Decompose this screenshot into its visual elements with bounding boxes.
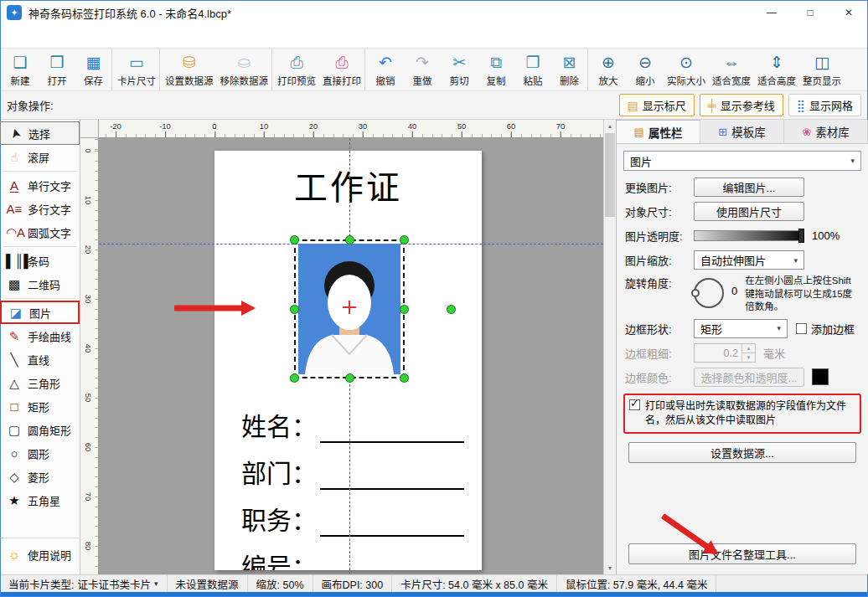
delete-button[interactable]: ⊠ 删除 (551, 49, 588, 90)
rotate-handle[interactable] (447, 305, 456, 314)
resize-handle-top-left[interactable] (290, 235, 299, 244)
slider-thumb[interactable] (798, 229, 804, 243)
direct-print-button[interactable]: ⎙ 直接打印 (319, 49, 365, 90)
object-type-dropdown[interactable]: 图片 ▾ (623, 151, 861, 171)
tool-diamond[interactable]: ◇ 菱形 (0, 465, 80, 488)
spin-up-icon[interactable]: ▲ (742, 344, 755, 353)
border-color-button[interactable]: 选择颜色和透明度... (694, 368, 804, 387)
maximize-button[interactable]: □ (791, 0, 829, 25)
tool-arc-text[interactable]: ◠A 圆弧文字 (0, 220, 80, 244)
full-page-button[interactable]: ◫ 整页显示 (799, 49, 845, 90)
redo-button[interactable]: ↷ 重做 (404, 49, 441, 90)
filename-option[interactable]: ✓ 打印或导出时先读取数据源的字段值作为文件名，然后从该文件中读取图片 (623, 394, 861, 435)
object-size-row: 对象尺寸: 使用图片尺寸 (625, 202, 860, 221)
undo-button[interactable]: ↶ 撤销 (367, 49, 404, 90)
tool-freehand[interactable]: ✎ 手绘曲线 (0, 324, 80, 347)
card-size-button[interactable]: ▭ 卡片尺寸 (114, 49, 160, 90)
database-remove-icon: ⛀ (237, 54, 251, 73)
tab-properties[interactable]: ▤ 属性栏 (617, 120, 700, 143)
resize-handle-top[interactable] (345, 235, 354, 244)
tab-materials[interactable]: ❀ 素材库 (784, 120, 868, 143)
set-datasource-panel-button[interactable]: 设置数据源... (628, 442, 856, 463)
tool-image[interactable]: ◪ 图片 (0, 301, 80, 324)
close-button[interactable]: ✕ (829, 0, 868, 25)
resize-handle-top-right[interactable] (400, 235, 409, 244)
border-width-input[interactable]: 0.2 ▲ ▼ (694, 343, 756, 363)
resize-handle-bottom[interactable] (345, 373, 354, 383)
open-button[interactable]: ❒ 打开 (39, 49, 75, 90)
new-button[interactable]: ❏ 新建 (2, 49, 39, 90)
tab-templates[interactable]: ⊞ 模板库 (700, 120, 784, 143)
rotation-dial-dot[interactable] (691, 289, 700, 297)
card-text-field[interactable]: 姓名： (241, 407, 468, 443)
tool-single-line-text[interactable]: A 单行文字 (0, 173, 80, 197)
resize-handle-bottom-right[interactable] (400, 373, 409, 383)
resize-handle-bottom-left[interactable] (290, 373, 299, 383)
card-type-selector[interactable]: 当前卡片类型: 证卡证书类卡片 ▾ (0, 575, 168, 592)
border-shape-dropdown[interactable]: 矩形 ▾ (694, 319, 788, 338)
guides-icon: ╪ (708, 99, 716, 112)
zoom-out-button[interactable]: ⊖ 缩小 (627, 49, 664, 90)
tool-select[interactable]: ➤ 选择 (0, 121, 80, 145)
fit-height-button[interactable]: ⇕ 适合高度 (754, 49, 799, 90)
circle-icon: ○ (6, 447, 23, 460)
fit-width-button[interactable]: ⇔ 适合宽度 (709, 49, 754, 90)
menu-help[interactable] (109, 33, 124, 40)
tool-rectangle[interactable]: □ 矩形 (0, 394, 80, 418)
resize-handle-right[interactable] (400, 305, 409, 314)
menu-tools[interactable] (94, 33, 109, 40)
photo-object[interactable] (298, 244, 400, 374)
show-grid-toggle[interactable]: ⣿ 显示网格 (788, 94, 861, 116)
tool-triangle[interactable]: △ 三角形 (0, 371, 80, 394)
set-datasource-button[interactable]: ⛁ 设置数据源 (162, 49, 217, 90)
spin-down-icon[interactable]: ▼ (742, 353, 755, 362)
scrollbar-thumb[interactable] (605, 133, 615, 217)
minimize-button[interactable]: — (752, 0, 791, 25)
menu-edit[interactable] (18, 33, 34, 40)
scroll-up-icon[interactable]: ▲ (604, 120, 616, 132)
spinner-buttons[interactable]: ▲ ▼ (741, 344, 755, 362)
show-guides-toggle[interactable]: ╪ 显示参考线 (700, 94, 783, 116)
zoom-in-button[interactable]: ⊕ 放大 (590, 49, 627, 90)
menu-file[interactable] (3, 33, 18, 40)
add-border-checkbox[interactable] (796, 323, 807, 334)
actual-size-button[interactable]: ⊙ 实际大小 (664, 49, 709, 90)
card-text-field[interactable]: 职务： (241, 501, 468, 537)
menu-view[interactable] (34, 33, 49, 40)
remove-datasource-button[interactable]: ⛀ 移除数据源 (217, 49, 273, 90)
vertical-scrollbar[interactable]: ▲ ▼ (603, 120, 616, 574)
tool-star[interactable]: ★ 五角星 (0, 488, 80, 512)
cut-button[interactable]: ✂ 剪切 (441, 49, 478, 90)
tool-qrcode[interactable]: ▩ 二维码 (0, 272, 80, 296)
card-text-field[interactable]: 部门： (241, 454, 468, 490)
tool-rounded-rectangle[interactable]: ▢ 圆角矩形 (0, 418, 80, 441)
show-ruler-toggle[interactable]: ▤ 显示标尺 (619, 94, 695, 116)
filename-option-checkbox[interactable]: ✓ (629, 399, 640, 410)
tool-barcode[interactable]: ▌║▌ 条码 (0, 249, 80, 272)
menu-datasource[interactable] (64, 33, 79, 40)
edit-image-button[interactable]: 编辑图片... (694, 178, 804, 197)
resize-handle-left[interactable] (290, 305, 299, 314)
print-preview-button[interactable]: ⎙ 打印预览 (274, 49, 319, 90)
card-title-text[interactable]: 工作证 (214, 161, 482, 209)
opacity-slider[interactable] (694, 230, 804, 241)
save-button[interactable]: ▦ 保存 (75, 49, 112, 90)
menu-print[interactable] (79, 33, 94, 40)
filename-tool-button[interactable]: 图片文件名整理工具... (628, 543, 856, 564)
paste-button[interactable]: ❐ 粘贴 (514, 49, 551, 90)
tool-pan[interactable]: ☝ 滚屏 (0, 145, 80, 168)
use-image-size-button[interactable]: 使用图片尺寸 (694, 202, 804, 221)
help-button[interactable]: ☼ 使用说明 (0, 538, 80, 571)
scroll-down-icon[interactable]: ▼ (604, 562, 616, 574)
image-scale-dropdown[interactable]: 自动拉伸图片 ▾ (694, 250, 804, 270)
tool-multi-line-text[interactable]: A≡ 多行文字 (0, 197, 80, 220)
menu-object[interactable] (49, 33, 64, 40)
copy-button[interactable]: ⧉ 复制 (478, 49, 514, 90)
rotation-dial[interactable] (694, 278, 724, 308)
tool-line[interactable]: ╲ 直线 (0, 347, 80, 371)
design-canvas[interactable]: -20-10010203040506070 01020304050607080 … (80, 120, 616, 574)
diamond-icon: ◇ (6, 471, 23, 483)
rotation-value: 0 (731, 285, 737, 297)
tool-circle[interactable]: ○ 圆形 (0, 441, 80, 465)
card-text-field[interactable]: 编号： (241, 548, 468, 570)
